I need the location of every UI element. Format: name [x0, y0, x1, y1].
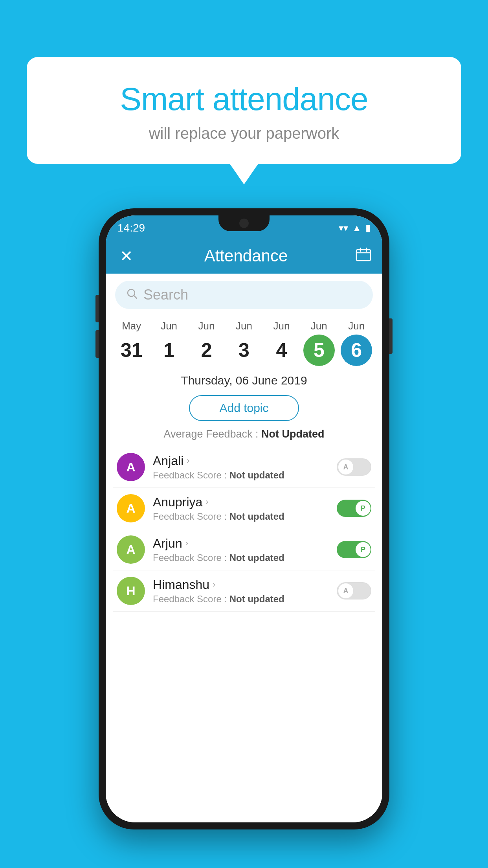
avg-feedback-value: Not Updated	[261, 428, 324, 440]
avatar: H	[117, 577, 145, 605]
search-icon	[126, 287, 138, 303]
attendance-toggle[interactable]: P	[337, 541, 371, 558]
calendar-icon[interactable]	[356, 247, 371, 265]
attendance-toggle[interactable]: A	[337, 458, 371, 476]
student-feedback: Feedback Score : Not updated	[153, 470, 329, 481]
avg-feedback: Average Feedback : Not Updated	[106, 428, 382, 440]
student-item: AArjun ›Feedback Score : Not updatedP	[113, 529, 375, 570]
toggle-knob: A	[338, 583, 353, 598]
date-item[interactable]: Jun1	[153, 320, 185, 366]
attendance-toggle[interactable]: A	[337, 582, 371, 600]
search-bar[interactable]: Search	[115, 281, 373, 309]
date-month: Jun	[161, 320, 177, 332]
date-number[interactable]: 4	[266, 335, 297, 366]
phone-outer: 14:29 ▾▾ ▲ ▮ ✕ Attendance	[99, 208, 389, 829]
date-number[interactable]: 1	[153, 335, 185, 366]
power-button	[389, 318, 393, 354]
toggle-switch[interactable]: A	[337, 582, 371, 600]
toggle-switch[interactable]: A	[337, 458, 371, 476]
date-month: Jun	[273, 320, 290, 332]
date-month: Jun	[348, 320, 365, 332]
date-item[interactable]: Jun5	[303, 320, 335, 366]
date-item[interactable]: May31	[116, 320, 147, 366]
search-input[interactable]: Search	[143, 287, 188, 303]
app-header: ✕ Attendance	[106, 238, 382, 274]
app-content: Search May31Jun1Jun2Jun3Jun4Jun5Jun6 Thu…	[106, 274, 382, 822]
volume-down-button	[95, 330, 99, 358]
status-icons: ▾▾ ▲ ▮	[339, 223, 371, 234]
date-item[interactable]: Jun2	[191, 320, 222, 366]
bubble-subtitle: will replace your paperwork	[46, 125, 442, 142]
student-item: HHimanshu ›Feedback Score : Not updatedA	[113, 570, 375, 612]
svg-rect-0	[356, 250, 371, 261]
toggle-knob: P	[356, 501, 371, 516]
avatar: A	[117, 453, 145, 481]
date-month: Jun	[236, 320, 252, 332]
chevron-icon: ›	[185, 538, 188, 548]
add-topic-button[interactable]: Add topic	[189, 395, 299, 421]
date-month: May	[122, 320, 141, 332]
student-info: Arjun ›Feedback Score : Not updated	[153, 536, 329, 563]
chevron-icon: ›	[187, 456, 189, 466]
student-info: Anupriya ›Feedback Score : Not updated	[153, 495, 329, 522]
date-strip: May31Jun1Jun2Jun3Jun4Jun5Jun6	[106, 316, 382, 366]
student-info: Himanshu ›Feedback Score : Not updated	[153, 577, 329, 605]
selected-date-label: Thursday, 06 June 2019	[106, 366, 382, 391]
student-feedback: Feedback Score : Not updated	[153, 511, 329, 522]
speech-bubble-container: Smart attendance will replace your paper…	[27, 57, 461, 164]
attendance-toggle[interactable]: P	[337, 500, 371, 517]
avatar: A	[117, 535, 145, 564]
student-list: AAnjali ›Feedback Score : Not updatedAAA…	[106, 447, 382, 612]
bubble-title: Smart attendance	[46, 81, 442, 118]
date-number[interactable]: 2	[191, 335, 222, 366]
date-number[interactable]: 31	[116, 335, 147, 366]
battery-icon: ▮	[365, 223, 371, 234]
toggle-knob: A	[338, 460, 353, 474]
volume-up-button	[95, 295, 99, 322]
svg-line-5	[134, 296, 137, 298]
date-number[interactable]: 3	[228, 335, 260, 366]
phone-notch	[218, 215, 270, 231]
speech-bubble: Smart attendance will replace your paper…	[27, 57, 461, 164]
student-info: Anjali ›Feedback Score : Not updated	[153, 454, 329, 481]
chevron-icon: ›	[213, 579, 215, 590]
date-month: Jun	[198, 320, 215, 332]
toggle-switch[interactable]: P	[337, 500, 371, 517]
avatar: A	[117, 494, 145, 522]
avg-feedback-label: Average Feedback :	[163, 428, 261, 440]
toggle-switch[interactable]: P	[337, 541, 371, 558]
student-name[interactable]: Anupriya ›	[153, 495, 329, 509]
status-time: 14:29	[117, 222, 145, 234]
wifi-icon: ▾▾	[339, 223, 348, 234]
close-button[interactable]: ✕	[117, 247, 136, 265]
student-feedback: Feedback Score : Not updated	[153, 552, 329, 563]
front-camera	[239, 219, 249, 228]
date-number[interactable]: 5	[303, 335, 335, 366]
date-month: Jun	[311, 320, 327, 332]
student-name[interactable]: Himanshu ›	[153, 577, 329, 592]
student-name[interactable]: Arjun ›	[153, 536, 329, 551]
toggle-knob: P	[356, 542, 371, 557]
app-title: Attendance	[204, 246, 288, 265]
date-item[interactable]: Jun4	[266, 320, 297, 366]
student-feedback: Feedback Score : Not updated	[153, 594, 329, 605]
phone-screen: 14:29 ▾▾ ▲ ▮ ✕ Attendance	[106, 215, 382, 822]
signal-icon: ▲	[352, 223, 361, 234]
date-item[interactable]: Jun3	[228, 320, 260, 366]
chevron-icon: ›	[205, 497, 208, 507]
student-name[interactable]: Anjali ›	[153, 454, 329, 468]
student-item: AAnupriya ›Feedback Score : Not updatedP	[113, 488, 375, 529]
phone-wrapper: 14:29 ▾▾ ▲ ▮ ✕ Attendance	[99, 208, 389, 829]
student-item: AAnjali ›Feedback Score : Not updatedA	[113, 447, 375, 488]
date-item[interactable]: Jun6	[341, 320, 372, 366]
date-number[interactable]: 6	[341, 335, 372, 366]
